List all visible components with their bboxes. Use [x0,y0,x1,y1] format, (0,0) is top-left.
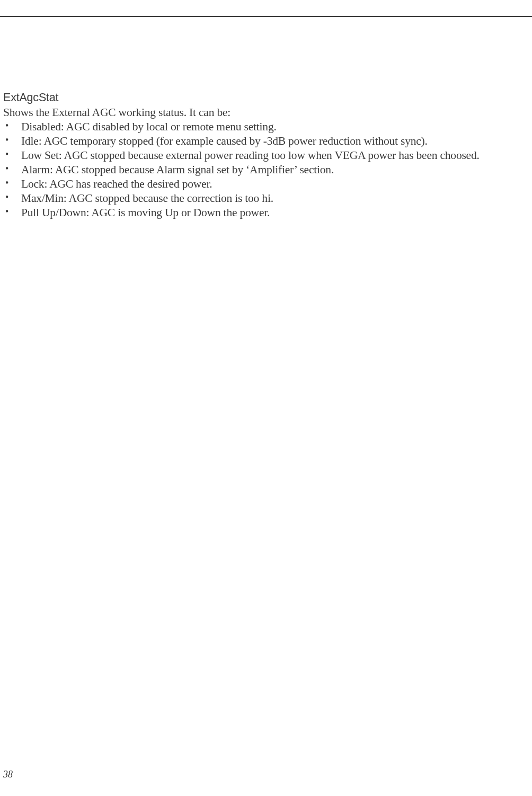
list-item: Max/Min: AGC stopped because the correct… [3,191,529,206]
bullet-list: Disabled: AGC disabled by local or remot… [3,120,529,220]
list-item: Idle: AGC temporary stopped (for example… [3,134,529,148]
content-block: ExtAgcStat Shows the External AGC workin… [3,91,529,220]
page-number: 38 [3,769,13,780]
list-item: Pull Up/Down: AGC is moving Up or Down t… [3,206,529,220]
horizontal-rule [0,16,532,17]
section-title: ExtAgcStat [3,91,529,104]
section-intro: Shows the External AGC working status. I… [3,105,529,120]
list-item: Alarm: AGC stopped because Alarm signal … [3,163,529,177]
list-item: Lock: AGC has reached the desired power. [3,177,529,191]
list-item: Disabled: AGC disabled by local or remot… [3,120,529,134]
list-item: Low Set: AGC stopped because external po… [3,148,529,163]
